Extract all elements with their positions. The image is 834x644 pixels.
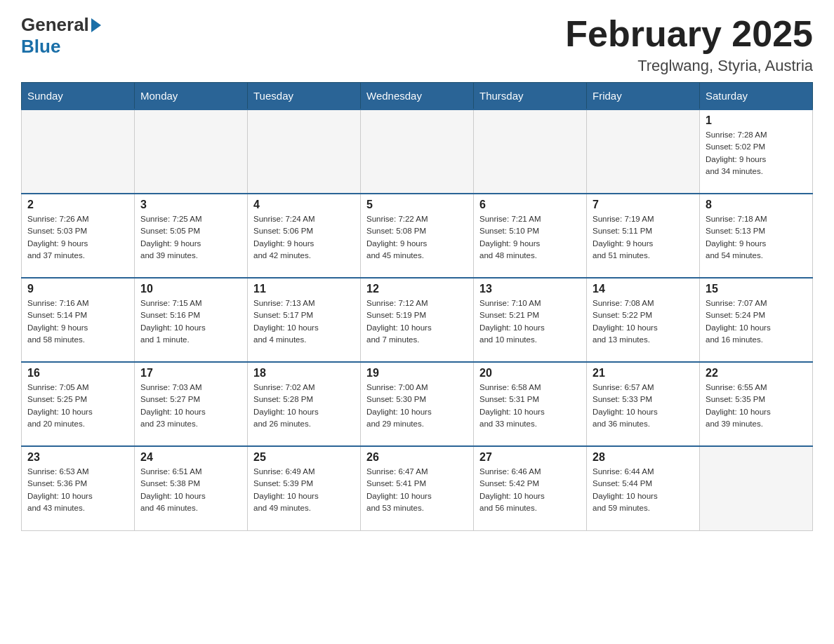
day-info: Sunrise: 6:49 AMSunset: 5:39 PMDaylight:… [253,466,355,514]
day-info: Sunrise: 7:25 AMSunset: 5:05 PMDaylight:… [140,213,241,262]
day-info: Sunrise: 6:58 AMSunset: 5:31 PMDaylight:… [479,382,581,430]
calendar-cell [587,109,700,194]
day-number: 22 [706,367,807,380]
calendar-cell: 10Sunrise: 7:15 AMSunset: 5:16 PMDayligh… [135,278,248,362]
day-number: 8 [706,199,807,211]
day-info: Sunrise: 7:02 AMSunset: 5:28 PMDaylight:… [253,382,355,430]
weekday-header-monday: Monday [135,83,248,110]
day-info: Sunrise: 7:03 AMSunset: 5:27 PMDaylight:… [140,382,241,430]
day-number: 1 [706,114,807,127]
day-info: Sunrise: 7:18 AMSunset: 5:13 PMDaylight:… [706,213,807,262]
calendar-cell: 7Sunrise: 7:19 AMSunset: 5:11 PMDaylight… [587,194,700,278]
calendar-cell [361,109,474,194]
day-info: Sunrise: 6:53 AMSunset: 5:36 PMDaylight:… [27,466,128,514]
week-row-2: 2Sunrise: 7:26 AMSunset: 5:03 PMDaylight… [22,194,813,278]
logo-arrow-icon [91,18,101,32]
day-number: 2 [27,199,128,211]
day-info: Sunrise: 7:28 AMSunset: 5:02 PMDaylight:… [706,129,807,177]
day-number: 27 [479,451,581,464]
day-info: Sunrise: 7:22 AMSunset: 5:08 PMDaylight:… [366,213,468,262]
day-number: 25 [253,451,355,464]
day-number: 24 [140,451,241,464]
calendar-cell [474,109,587,194]
day-number: 4 [253,199,355,211]
weekday-header-tuesday: Tuesday [248,83,361,110]
day-info: Sunrise: 7:19 AMSunset: 5:11 PMDaylight:… [593,213,694,262]
calendar-cell: 21Sunrise: 6:57 AMSunset: 5:33 PMDayligh… [587,362,700,446]
day-number: 15 [706,283,807,295]
day-info: Sunrise: 6:55 AMSunset: 5:35 PMDaylight:… [706,382,807,430]
calendar-cell: 27Sunrise: 6:46 AMSunset: 5:42 PMDayligh… [474,446,587,530]
day-info: Sunrise: 7:12 AMSunset: 5:19 PMDaylight:… [366,297,468,346]
day-info: Sunrise: 7:05 AMSunset: 5:25 PMDaylight:… [27,382,128,430]
week-row-5: 23Sunrise: 6:53 AMSunset: 5:36 PMDayligh… [22,446,813,530]
calendar-cell: 4Sunrise: 7:24 AMSunset: 5:06 PMDaylight… [248,194,361,278]
calendar-cell: 8Sunrise: 7:18 AMSunset: 5:13 PMDaylight… [700,194,813,278]
day-number: 9 [27,283,128,295]
day-number: 7 [593,199,694,211]
day-number: 12 [366,283,468,295]
day-info: Sunrise: 7:08 AMSunset: 5:22 PMDaylight:… [593,297,694,346]
weekday-header-saturday: Saturday [700,83,813,110]
calendar-cell [700,446,813,530]
calendar-cell: 28Sunrise: 6:44 AMSunset: 5:44 PMDayligh… [587,446,700,530]
calendar-cell [135,109,248,194]
day-number: 19 [366,367,468,380]
weekday-header-wednesday: Wednesday [361,83,474,110]
calendar-cell: 26Sunrise: 6:47 AMSunset: 5:41 PMDayligh… [361,446,474,530]
day-number: 5 [366,199,468,211]
day-number: 17 [140,367,241,380]
day-number: 11 [253,283,355,295]
calendar-cell: 18Sunrise: 7:02 AMSunset: 5:28 PMDayligh… [248,362,361,446]
day-number: 14 [593,283,694,295]
calendar-cell: 6Sunrise: 7:21 AMSunset: 5:10 PMDaylight… [474,194,587,278]
day-number: 10 [140,283,241,295]
day-info: Sunrise: 7:00 AMSunset: 5:30 PMDaylight:… [366,382,468,430]
logo-blue-text: Blue [21,36,60,58]
day-number: 16 [27,367,128,380]
calendar-cell: 23Sunrise: 6:53 AMSunset: 5:36 PMDayligh… [22,446,135,530]
week-row-3: 9Sunrise: 7:16 AMSunset: 5:14 PMDaylight… [22,278,813,362]
day-number: 21 [593,367,694,380]
calendar-cell: 25Sunrise: 6:49 AMSunset: 5:39 PMDayligh… [248,446,361,530]
day-info: Sunrise: 7:15 AMSunset: 5:16 PMDaylight:… [140,297,241,346]
calendar-cell: 1Sunrise: 7:28 AMSunset: 5:02 PMDaylight… [700,109,813,194]
logo-general-text: General [21,14,89,36]
calendar-cell [22,109,135,194]
calendar-cell: 5Sunrise: 7:22 AMSunset: 5:08 PMDaylight… [361,194,474,278]
day-info: Sunrise: 6:44 AMSunset: 5:44 PMDaylight:… [593,466,694,514]
day-number: 6 [479,199,581,211]
calendar-cell: 2Sunrise: 7:26 AMSunset: 5:03 PMDaylight… [22,194,135,278]
calendar-cell: 14Sunrise: 7:08 AMSunset: 5:22 PMDayligh… [587,278,700,362]
logo: General Blue [21,14,102,58]
day-info: Sunrise: 7:07 AMSunset: 5:24 PMDaylight:… [706,297,807,346]
calendar-cell: 16Sunrise: 7:05 AMSunset: 5:25 PMDayligh… [22,362,135,446]
calendar-cell: 22Sunrise: 6:55 AMSunset: 5:35 PMDayligh… [700,362,813,446]
day-info: Sunrise: 7:21 AMSunset: 5:10 PMDaylight:… [479,213,581,262]
calendar-cell: 3Sunrise: 7:25 AMSunset: 5:05 PMDaylight… [135,194,248,278]
weekday-header-friday: Friday [587,83,700,110]
day-info: Sunrise: 7:10 AMSunset: 5:21 PMDaylight:… [479,297,581,346]
day-info: Sunrise: 7:16 AMSunset: 5:14 PMDaylight:… [27,297,128,346]
calendar-cell: 20Sunrise: 6:58 AMSunset: 5:31 PMDayligh… [474,362,587,446]
calendar-cell [248,109,361,194]
weekday-header-thursday: Thursday [474,83,587,110]
title-section: February 2025 Treglwang, Styria, Austria [565,14,813,75]
day-info: Sunrise: 6:46 AMSunset: 5:42 PMDaylight:… [479,466,581,514]
day-info: Sunrise: 7:13 AMSunset: 5:17 PMDaylight:… [253,297,355,346]
weekday-header-row: SundayMondayTuesdayWednesdayThursdayFrid… [22,83,813,110]
day-info: Sunrise: 7:26 AMSunset: 5:03 PMDaylight:… [27,213,128,262]
calendar-cell: 13Sunrise: 7:10 AMSunset: 5:21 PMDayligh… [474,278,587,362]
calendar-cell: 17Sunrise: 7:03 AMSunset: 5:27 PMDayligh… [135,362,248,446]
day-number: 28 [593,451,694,464]
calendar-cell: 24Sunrise: 6:51 AMSunset: 5:38 PMDayligh… [135,446,248,530]
day-info: Sunrise: 6:57 AMSunset: 5:33 PMDaylight:… [593,382,694,430]
day-number: 26 [366,451,468,464]
calendar-cell: 15Sunrise: 7:07 AMSunset: 5:24 PMDayligh… [700,278,813,362]
calendar-table: SundayMondayTuesdayWednesdayThursdayFrid… [21,82,813,531]
day-number: 20 [479,367,581,380]
calendar-cell: 12Sunrise: 7:12 AMSunset: 5:19 PMDayligh… [361,278,474,362]
day-info: Sunrise: 7:24 AMSunset: 5:06 PMDaylight:… [253,213,355,262]
page-header: General Blue February 2025 Treglwang, St… [21,14,813,75]
location-subtitle: Treglwang, Styria, Austria [565,57,813,75]
